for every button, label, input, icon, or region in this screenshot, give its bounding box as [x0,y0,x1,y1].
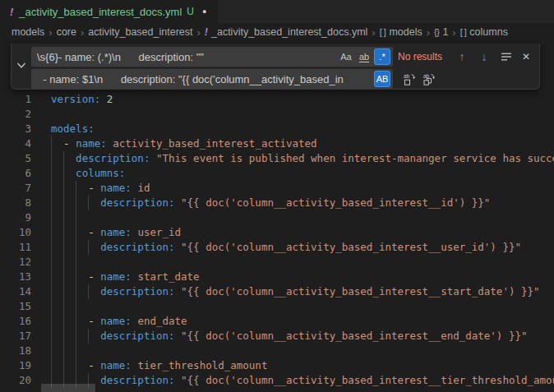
indent-guide [51,358,52,373]
code-line[interactable]: - name: user_id [51,225,554,240]
line-number: 2 [0,107,31,122]
code-line[interactable]: - name: tier_threshold_amount [51,358,554,373]
code-token [51,359,88,371]
code-line[interactable]: description: "This event is published wh… [51,151,554,166]
code-line[interactable] [51,107,554,122]
indent-guide [88,196,89,210]
indent-guide [51,270,52,284]
code-token: user_id [132,226,181,238]
code-line[interactable]: description: "{{ doc('column__activity_b… [51,373,554,388]
use-regex-button[interactable]: .* [374,48,390,65]
breadcrumb-item[interactable]: models [12,26,44,38]
replace-options: AB [374,71,390,87]
editor-pane[interactable]: 1234567891011121314151617181920 version:… [0,41,554,392]
breadcrumb-label: columns [469,26,508,38]
line-number: 15 [0,299,31,314]
tab-filename: _activity_based_interest_docs.yml [19,6,182,18]
code-line[interactable] [51,344,554,358]
replace-all-button[interactable]: ab [421,71,437,87]
indent-guide [51,329,52,344]
breadcrumb-separator-icon: › [452,26,455,39]
code-token: - [88,226,100,238]
preserve-case-button[interactable]: AB [374,71,390,87]
find-previous-button[interactable]: ↑ [454,48,470,65]
find-row: Aa ab .* [31,47,393,67]
code-line[interactable]: - name: start_date [51,270,554,284]
code-token: name: [100,270,132,283]
breadcrumb-item[interactable]: !_activity_based_interest_docs.yml [205,26,368,38]
find-next-button[interactable]: ↓ [476,48,492,65]
breadcrumb-item[interactable]: [ ]columns [460,26,508,38]
line-number: 1 [0,92,31,107]
indent-guide [63,299,64,314]
code-line[interactable]: description: "{{ doc('column__activity_b… [51,240,554,255]
line-number: 7 [0,181,31,196]
indent-guide [51,166,52,181]
code-token: name: [100,315,132,327]
find-in-selection-button[interactable] [498,48,515,65]
horizontal-scrollbar-thumb[interactable] [41,384,95,392]
code-token [51,137,63,150]
code-token: 2 [107,93,113,105]
breadcrumb-item[interactable]: activity_based_interest [88,26,192,38]
breadcrumb-item[interactable]: core [57,26,76,38]
regex-icon: .* [379,52,385,62]
indent-guide [76,329,76,344]
match-case-icon: Aa [340,52,351,62]
code-token [100,93,107,105]
code-token: activity_based_interest_activated [107,137,317,150]
breadcrumb-separator-icon: › [372,26,375,39]
code-token: name: [100,182,132,194]
indent-guide [76,181,76,196]
code-line[interactable]: columns: [51,166,554,181]
code-token: description: [100,374,174,386]
indent-guide [76,284,76,299]
indent-guide [63,151,64,166]
close-find-widget-button[interactable]: ✕ [518,48,534,65]
line-number: 17 [0,329,31,344]
indent-guide [51,136,52,151]
indent-guide [63,255,64,270]
code-line[interactable] [51,299,554,314]
code-line[interactable] [51,255,554,270]
indent-guide [63,358,64,373]
code-token: - [88,182,100,194]
indent-guide [76,270,76,284]
indent-guide [51,151,52,166]
code-token: - [88,270,100,283]
code-token: "{{ doc('column__activity_based_interest… [175,241,521,253]
match-case-button[interactable]: Aa [338,48,354,65]
breadcrumb-item[interactable]: [ ]models [380,26,422,38]
find-widget: Aa ab .* No results ↑ ↓ ✕ AB [11,44,540,90]
replace-button[interactable]: ab [401,71,418,87]
code-token: start_date [132,270,200,283]
code-line[interactable]: models: [51,122,554,136]
code-line[interactable]: - name: activity_based_interest_activate… [51,136,554,151]
breadcrumb-separator-icon: › [48,26,52,39]
symbol-icon: [ ] [380,27,386,37]
breadcrumb-separator-icon: › [427,26,430,39]
code-token: name: [100,226,132,238]
code-line[interactable]: description: "{{ doc('column__activity_b… [51,284,554,299]
breadcrumb-item[interactable]: {}1 [434,26,448,38]
code-line[interactable]: description: "{{ doc('column__activity_b… [51,329,554,344]
replace-input[interactable] [31,69,393,89]
line-number: 4 [0,136,31,151]
indent-guide [51,240,52,255]
code-line[interactable]: - name: end_date [51,314,554,329]
toggle-replace-button[interactable] [12,44,30,88]
indent-guide [51,225,52,240]
tab-active-file[interactable]: ! _activity_based_interest_docs.yml U ● [0,0,218,23]
breadcrumb-separator-icon: › [81,26,84,39]
arrow-down-icon: ↓ [482,50,487,63]
code-line[interactable] [51,210,554,225]
modified-indicator-dot[interactable]: ● [202,7,206,16]
code-line[interactable]: - name: id [51,181,554,196]
code-line[interactable]: description: "{{ doc('column__activity_b… [51,196,554,210]
breadcrumb-separator-icon: › [196,26,200,39]
whole-word-button[interactable]: ab [356,48,372,65]
code-token: description: [100,285,174,297]
indent-guide [76,299,76,314]
code-line[interactable]: version: 2 [51,92,554,107]
indent-guide [76,210,76,225]
